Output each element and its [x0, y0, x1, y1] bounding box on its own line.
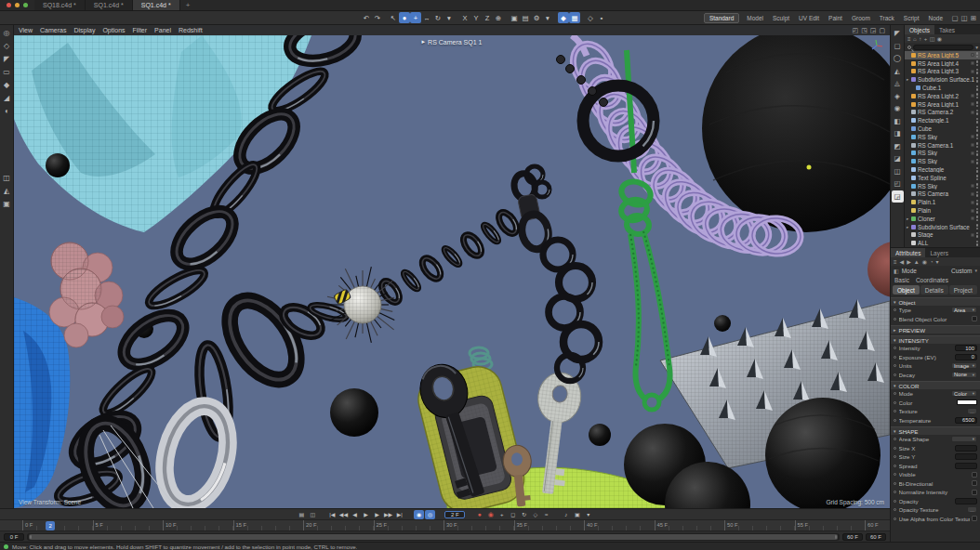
go-to-start-button[interactable]: |◀	[327, 510, 338, 519]
keyframe-dot-icon[interactable]	[894, 308, 896, 311]
object-tag-icon[interactable]	[971, 135, 974, 138]
previous-key-button[interactable]: ◀◀	[338, 510, 349, 519]
current-frame-field[interactable]: 2 F	[444, 511, 465, 518]
home-icon[interactable]: ⌂	[913, 36, 917, 42]
dropdown-mode[interactable]: Color▾	[951, 390, 977, 397]
visibility-toggles[interactable]	[976, 159, 979, 164]
axis-tool-icon[interactable]: ◭	[1, 185, 13, 197]
layout-tab-model[interactable]: Model	[745, 14, 765, 22]
document-tab[interactable]: SQ1.c4d *	[133, 0, 180, 10]
visibility-dot[interactable]	[976, 219, 979, 222]
field-temperature[interactable]: 6500	[955, 417, 977, 424]
checkbox-visible[interactable]	[972, 472, 977, 478]
keyframe-dot-icon[interactable]	[894, 419, 896, 422]
playhead[interactable]: 2	[46, 521, 55, 530]
visibility-dot[interactable]	[976, 105, 979, 108]
y-axis-lock-icon[interactable]: Y	[470, 12, 482, 23]
object-row[interactable]: RS Camera	[905, 190, 980, 199]
document-tab[interactable]: SQ18.c4d *	[34, 0, 86, 10]
section-preview-header[interactable]: ▸PREVIEW	[891, 325, 980, 334]
scale-icon[interactable]: ↔	[421, 12, 432, 23]
zoom-tool-icon[interactable]: ◎	[1, 27, 13, 39]
keyframe-dot-icon[interactable]	[894, 455, 896, 458]
visibility-dot[interactable]	[976, 211, 979, 214]
visibility-dot[interactable]	[976, 216, 979, 218]
mode-icon[interactable]: ◧	[894, 268, 899, 274]
last-tool-icon[interactable]: ▾	[444, 12, 455, 23]
color-swatch[interactable]	[957, 399, 977, 405]
select-mode-icon[interactable]: ◤	[892, 27, 904, 39]
keyframe-dot-icon[interactable]	[894, 401, 896, 404]
mograph-icon[interactable]: ◈	[892, 90, 904, 102]
field-opacity[interactable]	[955, 498, 977, 504]
zoom-window-button[interactable]	[23, 3, 28, 7]
coordinate-system-icon[interactable]: ⊕	[493, 12, 504, 23]
zoom-view-icon[interactable]: ◲	[870, 27, 877, 34]
object-row[interactable]: Plain	[905, 206, 980, 215]
attr-menu-icon[interactable]: ≡	[894, 259, 897, 265]
subtab-coordinates[interactable]: Coordinates	[916, 277, 948, 283]
sound-icon[interactable]: ♪	[561, 510, 571, 519]
visibility-dot[interactable]	[976, 60, 979, 63]
fields-icon[interactable]: ◉	[892, 102, 904, 114]
object-tag-icon[interactable]	[971, 201, 974, 204]
pan-tool-icon[interactable]: ◇	[1, 40, 13, 52]
viewport-menu-redshift[interactable]: Redshift	[179, 27, 203, 33]
object-row[interactable]: RS Camera.2	[905, 109, 980, 117]
timeline-mode-icon[interactable]: ▤	[297, 510, 307, 519]
render-menu-icon[interactable]: ▾	[542, 12, 553, 23]
layout-split-icon[interactable]: ◫	[961, 14, 968, 22]
object-row[interactable]: RS Area Light.2	[905, 92, 980, 100]
object-row[interactable]: Rectangle	[905, 165, 980, 174]
frame-ruler[interactable]: 2 0 F5 F10 F15 F20 F25 F30 F35 F40 F45 F…	[0, 520, 890, 531]
visibility-toggles[interactable]	[976, 126, 979, 132]
keyframe-dot-icon[interactable]	[894, 491, 896, 493]
section-shape-header[interactable]: ▾SHAPE	[891, 426, 980, 435]
keyframe-dot-icon[interactable]	[894, 465, 896, 467]
object-tag-icon[interactable]	[971, 94, 974, 98]
visibility-toggles[interactable]	[976, 241, 979, 246]
object-search-input[interactable]	[913, 45, 973, 50]
visibility-dot[interactable]	[976, 129, 979, 132]
record-position-icon[interactable]: +	[497, 510, 507, 519]
camera-label[interactable]: ▸ RS Camera SQ1 1	[422, 38, 483, 46]
visibility-dot[interactable]	[976, 228, 979, 230]
visibility-dot[interactable]	[976, 121, 979, 124]
object-row[interactable]: ▸Subdivision Surface.1	[905, 75, 980, 84]
object-row[interactable]: RS Sky	[905, 157, 980, 165]
visibility-dot[interactable]	[976, 151, 979, 153]
record-scale-icon[interactable]: ◻	[508, 510, 518, 519]
parent-object-icon[interactable]: ▲	[914, 259, 920, 265]
layout-tab-uv-edit[interactable]: UV Edit	[797, 14, 821, 22]
record-rotation-icon[interactable]: ↻	[519, 510, 529, 519]
snap-icon[interactable]: ◆	[558, 12, 569, 23]
toggle-view-icon[interactable]: ▢	[879, 27, 885, 34]
custom-menu[interactable]: Custom	[951, 268, 972, 274]
axis-gizmo-icon[interactable]	[870, 39, 883, 52]
keyframe-dot-icon[interactable]	[894, 356, 896, 359]
pan-view-icon[interactable]: ◰	[853, 27, 859, 34]
x-axis-lock-icon[interactable]: X	[459, 12, 470, 23]
visibility-toggles[interactable]	[976, 167, 979, 173]
history-icon[interactable]: ◔	[930, 259, 934, 265]
object-tag-icon[interactable]	[971, 61, 974, 65]
dropdown-type[interactable]: Area▾	[951, 307, 977, 313]
new-tab-button[interactable]: +	[180, 1, 196, 9]
layout-tab-paint[interactable]: Paint	[827, 14, 844, 22]
keyframe-dot-icon[interactable]	[894, 508, 896, 511]
viewport[interactable]: ViewCamerasDisplayOptionsFilterPanelReds…	[14, 25, 890, 508]
object-tag-icon[interactable]	[971, 184, 974, 188]
lock-panel-icon[interactable]: ◉	[922, 258, 927, 265]
object-tag-icon[interactable]	[971, 160, 974, 164]
render-view-icon[interactable]: ▣	[509, 12, 520, 23]
visibility-dot[interactable]	[976, 97, 979, 99]
viewport-menu-options[interactable]: Options	[102, 27, 125, 33]
visibility-dot[interactable]	[976, 170, 979, 173]
keyframe-dot-icon[interactable]	[894, 392, 896, 395]
record-keyframe-button[interactable]: ●	[474, 510, 484, 519]
visibility-toggles[interactable]	[976, 208, 979, 214]
key-view-icon[interactable]: ◫	[308, 510, 318, 519]
objects-tab-objects[interactable]: Objects	[905, 25, 934, 34]
checkbox-use-alpha-from-color-texture[interactable]	[972, 516, 977, 521]
move-icon[interactable]: +	[410, 12, 421, 23]
